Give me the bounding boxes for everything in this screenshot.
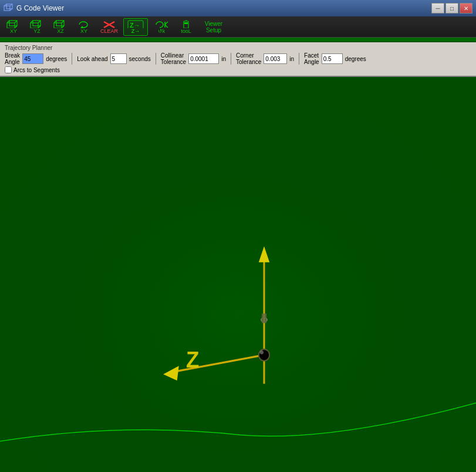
facet-angle-label: FacetAngle — [304, 52, 319, 65]
settings-bar: Trajectory Planner BreakAngle degrees Lo… — [0, 42, 476, 77]
title-bar: G Code Viewer ─ □ ✕ — [0, 0, 476, 16]
view-yz-button[interactable]: YZ — [26, 18, 48, 36]
break-angle-unit: degrees — [46, 56, 67, 62]
rotate-k-label: ↺k — [158, 29, 166, 34]
break-angle-label: BreakAngle — [5, 52, 20, 65]
clear-label: CLEAR — [100, 29, 118, 34]
rotate-xy-label: XY — [80, 29, 87, 34]
minimize-button[interactable]: ─ — [431, 3, 444, 14]
app-title: G Code Viewer — [16, 4, 428, 12]
arcs-to-segments-row: Arcs to Segments — [5, 66, 471, 73]
facet-angle-unit: degrees — [345, 56, 366, 62]
break-angle-input[interactable] — [22, 53, 43, 64]
window-controls: ─ □ ✕ — [431, 3, 472, 14]
rotate-k-icon — [153, 20, 170, 28]
svg-rect-30 — [184, 22, 188, 24]
tool-icon — [179, 20, 193, 28]
cube-xy-icon — [6, 20, 21, 28]
arcs-to-segments-checkbox[interactable] — [5, 66, 12, 73]
look-ahead-label: Look ahead — [77, 56, 107, 62]
trajectory-planner-title: Trajectory Planner — [5, 45, 471, 51]
look-ahead-unit: seconds — [129, 56, 151, 62]
svg-rect-0 — [4, 6, 10, 11]
maximize-button[interactable]: □ — [445, 3, 458, 14]
rotate-k-button[interactable]: ↺k — [149, 18, 174, 36]
cube-xz-icon — [53, 20, 67, 28]
settings-row: BreakAngle degrees Look ahead seconds Co… — [5, 52, 471, 65]
xy-label: XY — [10, 29, 17, 34]
corner-tolerance-unit: in — [289, 56, 294, 62]
look-ahead-input[interactable] — [110, 53, 127, 64]
z2-label: Z→ — [131, 29, 140, 34]
svg-text:Z→: Z→ — [130, 22, 140, 28]
sep4 — [299, 53, 299, 65]
z2-icon: Z→ — [127, 20, 144, 28]
tool-label: tooL — [181, 29, 191, 34]
arcs-to-segments-label: Arcs to Segments — [13, 67, 60, 73]
corner-tolerance-input[interactable] — [264, 53, 287, 64]
viewer-label2: Setup — [206, 28, 221, 33]
sep2 — [156, 53, 156, 65]
rotate-xy-button[interactable]: XY — [73, 18, 95, 36]
clear-button[interactable]: CLEAR — [96, 18, 122, 36]
sep1 — [72, 53, 72, 65]
view-xy-button[interactable]: XY — [2, 18, 25, 36]
z2-button[interactable]: Z→ Z→ — [123, 18, 148, 36]
viewer-setup-button[interactable]: Viewer Setup — [198, 18, 229, 36]
clear-icon — [102, 20, 116, 28]
view-xz-button[interactable]: XZ — [49, 18, 72, 36]
viewport[interactable]: Z — [0, 77, 476, 472]
viewport-svg: Z — [0, 77, 476, 472]
close-button[interactable]: ✕ — [460, 3, 472, 14]
collinear-tolerance-unit: in — [221, 56, 226, 62]
toolbar: XY YZ XZ XY — [0, 16, 476, 38]
svg-rect-42 — [262, 313, 266, 323]
viewer-label1: Viewer — [205, 21, 222, 27]
green-accent-strip — [0, 38, 476, 42]
svg-marker-20 — [80, 26, 84, 28]
main-content: Trajectory Planner BreakAngle degrees Lo… — [0, 42, 476, 472]
svg-point-40 — [260, 350, 264, 355]
facet-angle-input[interactable] — [322, 53, 343, 64]
cube-yz-icon — [30, 20, 44, 28]
app-icon — [4, 4, 13, 13]
rotate-xy-icon — [77, 20, 91, 28]
tool-button[interactable]: tooL — [175, 18, 197, 36]
svg-rect-28 — [184, 21, 188, 28]
collinear-tolerance-input[interactable] — [188, 53, 219, 64]
svg-rect-32 — [0, 77, 476, 472]
xz-label: XZ — [57, 29, 64, 34]
sep3 — [231, 53, 231, 65]
svg-text:Z: Z — [186, 347, 199, 372]
corner-tolerance-label: CornerTolerance — [236, 52, 261, 65]
yz-label: YZ — [33, 29, 40, 34]
collinear-tolerance-label: CollinearTolerance — [161, 52, 186, 65]
